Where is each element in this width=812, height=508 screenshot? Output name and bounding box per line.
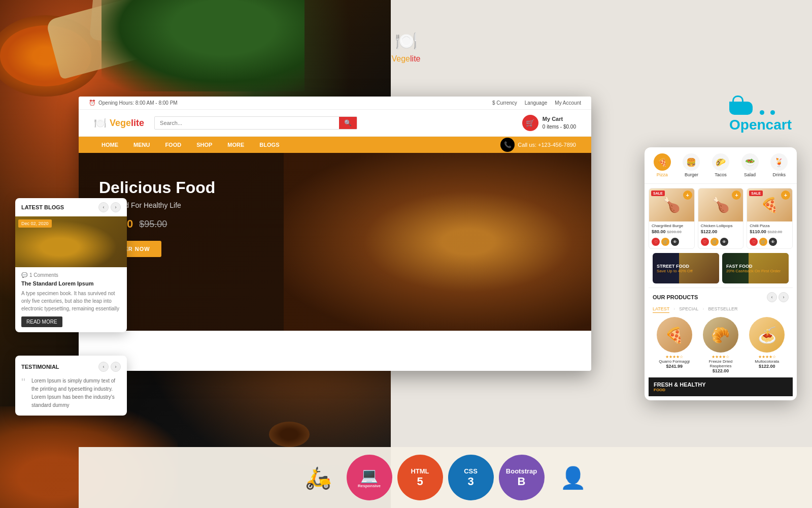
cat-tacos[interactable]: 🌮 Tacos <box>712 153 729 177</box>
support-icon-wrap: 👤 <box>560 465 586 490</box>
tab-bestseller[interactable]: BESTSELLER <box>708 306 737 313</box>
our-products-title: OUR PRODUCTS <box>653 294 698 300</box>
cart-title: My Cart <box>543 115 576 123</box>
cat-pizza[interactable]: 🍕 Pizza <box>654 153 671 177</box>
spices-bowl <box>269 422 310 447</box>
view-btn-2[interactable]: 👁 <box>720 238 728 246</box>
nav-blogs[interactable]: BLOGS <box>252 137 287 153</box>
testimonial-title: TESTIMONIAL <box>21 364 59 370</box>
nav-home[interactable]: HOME <box>94 137 126 153</box>
read-more-button[interactable]: READ MORE <box>21 316 62 327</box>
bootstrap-letter: B <box>518 475 526 488</box>
our-product-price-3: $122.00 <box>746 364 789 369</box>
comment-icon: 💬 <box>21 272 27 278</box>
cat-salad[interactable]: 🥗 Salad <box>741 153 759 177</box>
mobile-product-2: + 🍗 Chicken Lollipops $122.00 ♡ 🛒 👁 <box>698 188 744 249</box>
cart-icon: 🛒 <box>522 115 538 131</box>
search-bar: 🔍 <box>154 116 357 130</box>
cat-burger-icon: 🍔 <box>683 153 700 171</box>
herbs-decoration <box>101 0 304 91</box>
product-btns-3: ♡ 🛒 👁 <box>747 236 792 248</box>
mobile-product-3: SALE + 🍕 Chilli Pizza $110.00 $122.00 ♡ … <box>747 188 793 249</box>
our-product-img-2: 🥐 <box>703 317 738 353</box>
add-btn-1[interactable]: + <box>683 190 692 200</box>
product-btns-2: ♡ 🛒 👁 <box>698 236 743 248</box>
hero-price: $49.00 $95.00 <box>99 217 571 231</box>
testimonial-next[interactable]: › <box>111 362 121 372</box>
site-logo[interactable]: 🍽️ Vegelite <box>94 117 144 129</box>
testimonial-prev[interactable]: ‹ <box>98 362 109 372</box>
hero-logo: 🍽️ Vegelite <box>392 30 421 64</box>
topbar-left: ⏰ Opening Hours: 8:00 AM - 8:00 PM <box>89 100 178 106</box>
wishlist-btn-1[interactable]: ♡ <box>652 238 660 246</box>
tab-special[interactable]: SPECIAL <box>679 306 698 313</box>
our-product-price-2: $122.00 <box>699 368 742 373</box>
account-selector[interactable]: My Account <box>555 100 581 106</box>
our-product-name-2: Freeze Dried Raspberries <box>699 359 742 368</box>
mobile-mockup: 🍕 Pizza 🍔 Burger 🌮 Tacos 🥗 Salad 🍹 Drink… <box>645 147 797 400</box>
nav-food[interactable]: FOOD <box>157 137 189 153</box>
nav-shop[interactable]: SHOP <box>189 137 220 153</box>
language-selector[interactable]: Language <box>525 100 548 106</box>
our-products-section: OUR PRODUCTS ‹ › LATEST › SPECIAL › BEST… <box>649 288 793 377</box>
blog-prev[interactable]: ‹ <box>98 202 109 212</box>
blog-image: Dec 02, 2020 <box>15 216 127 267</box>
testimonial-header: TESTIMONIAL ‹ › <box>21 362 121 372</box>
product-price-2: $122.00 <box>701 229 741 234</box>
testimonial-text: " Lorem Ipsum is simply dummy text of th… <box>21 377 121 409</box>
view-btn-3[interactable]: 👁 <box>769 238 777 246</box>
our-product-3: 🍝 ★★★★☆ Multocolorata $122.00 <box>746 317 789 373</box>
cart-btn-2[interactable]: 🛒 <box>710 238 719 246</box>
our-products-next[interactable]: › <box>779 292 789 302</box>
mobile-products-row: SALE + 🍗 Chargrilled Burge $80.00 $200.0… <box>649 188 793 249</box>
cat-drinks-label: Drinks <box>772 172 786 177</box>
fast-food-text: FAST FOOD 20% Cashback On First Order <box>722 261 785 276</box>
tech-html5: HTML 5 <box>397 455 443 500</box>
logo-part1: Vege <box>110 118 131 128</box>
nav-menu[interactable]: MENU <box>126 137 157 153</box>
cat-tacos-label: Tacos <box>715 172 727 177</box>
our-products-nav: ‹ › <box>767 292 789 302</box>
blog-post-title: The Standard Lorem Ipsum <box>21 280 121 287</box>
hero-title: Delicious Food <box>99 178 571 197</box>
cat-burger[interactable]: 🍔 Burger <box>683 153 700 177</box>
our-product-stars-1: ★★★★☆ <box>653 355 696 359</box>
product-tabs: LATEST › SPECIAL › BESTSELLER <box>653 306 789 313</box>
search-button[interactable]: 🔍 <box>339 117 357 129</box>
currency-selector[interactable]: $ Currency <box>492 100 517 106</box>
our-product-2: 🥐 ★★★★☆ Freeze Dried Raspberries $122.00 <box>699 317 742 373</box>
cart-text: My Cart 0 items - $0.00 <box>543 115 576 130</box>
call-number: Call us: +123-456-7890 <box>518 142 576 148</box>
hero-logo-part1: Vege <box>392 54 410 63</box>
our-products-prev[interactable]: ‹ <box>767 292 777 302</box>
bootstrap-label: Bootstrap <box>506 467 537 475</box>
our-product-name-3: Multocolorata <box>746 359 789 364</box>
our-products-row: 🍕 ★★★★☆ Quarro Formaggi $241.99 🥐 ★★★★☆ … <box>653 317 789 373</box>
search-input[interactable] <box>155 117 339 129</box>
product-old-price-3: $122.00 <box>767 230 782 234</box>
fast-food-banner[interactable]: FAST FOOD 20% Cashback On First Order <box>722 253 789 283</box>
nav-more[interactable]: MORE <box>220 137 252 153</box>
cat-drinks[interactable]: 🍹 Drinks <box>770 153 788 177</box>
wishlist-btn-3[interactable]: ♡ <box>750 238 758 246</box>
view-btn-1[interactable]: 👁 <box>671 238 679 246</box>
tech-responsive: 💻 Responsive <box>347 455 392 500</box>
blog-comments: 💬 1 Comments <box>21 272 121 278</box>
cart-btn-1[interactable]: 🛒 <box>661 238 669 246</box>
cart-btn-3[interactable]: 🛒 <box>759 238 767 246</box>
blog-card: LATEST BLOGS ‹ › Dec 02, 2020 💬 1 Commen… <box>15 198 127 332</box>
product-info-2: Chicken Lollipops $122.00 <box>698 221 743 236</box>
tech-css3: CSS 3 <box>448 455 494 500</box>
tab-latest[interactable]: LATEST <box>653 306 669 313</box>
product-name-3: Chilli Pizza <box>750 224 790 228</box>
cart-widget[interactable]: 🛒 My Cart 0 items - $0.00 <box>522 115 576 131</box>
sale-badge-1: SALE <box>651 190 665 196</box>
wishlist-btn-2[interactable]: ♡ <box>701 238 709 246</box>
mobile-products-section: SALE + 🍗 Chargrilled Burge $80.00 $200.0… <box>645 184 797 400</box>
add-btn-3[interactable]: + <box>781 190 790 200</box>
blog-next[interactable]: › <box>111 202 121 212</box>
street-food-banner[interactable]: STREET FOOD Save Up to 40% Off <box>653 253 719 283</box>
logo-icon: 🍽️ <box>94 117 107 129</box>
cat-burger-label: Burger <box>685 172 698 177</box>
mobile-footer-text: FRESH & HEALTHY <box>654 382 705 388</box>
